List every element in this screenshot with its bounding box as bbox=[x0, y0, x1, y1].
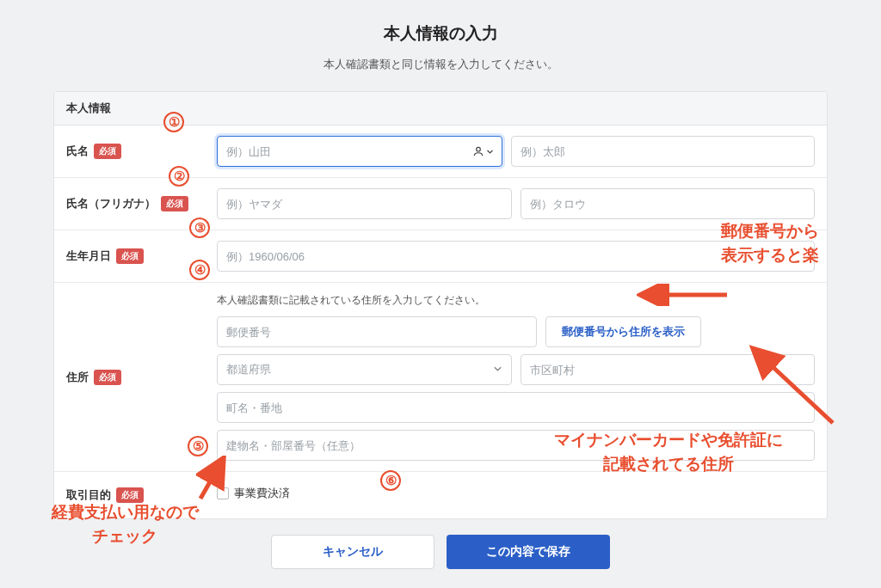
row-purpose: 取引目的 必須 事業費決済 bbox=[54, 472, 827, 518]
row-birthdate: 生年月日 必須 bbox=[54, 230, 827, 283]
label-birthdate: 生年月日 bbox=[66, 248, 111, 264]
required-badge: 必須 bbox=[94, 370, 121, 385]
given-name-input[interactable] bbox=[511, 136, 816, 167]
business-expense-label: 事業費決済 bbox=[234, 486, 290, 501]
save-button[interactable]: この内容で保存 bbox=[447, 535, 610, 569]
label-address: 住所 bbox=[66, 370, 89, 385]
row-name-kana: 氏名（フリガナ） 必須 bbox=[54, 178, 827, 230]
chevron-down-icon bbox=[493, 364, 502, 377]
label-purpose: 取引目的 bbox=[66, 487, 111, 503]
cancel-button[interactable]: キャンセル bbox=[271, 535, 434, 569]
required-badge: 必須 bbox=[161, 196, 188, 211]
birthdate-input[interactable] bbox=[217, 241, 815, 272]
personal-info-card: 本人情報 氏名 必須 氏名（フリガナ） 必須 bbox=[53, 91, 828, 519]
street-input[interactable] bbox=[217, 392, 815, 423]
row-address: 住所 必須 本人確認書類に記載されている住所を入力してください。 郵便番号から住… bbox=[54, 283, 827, 472]
card-header: 本人情報 bbox=[54, 92, 827, 126]
footer-buttons: キャンセル この内容で保存 bbox=[0, 519, 881, 586]
required-badge: 必須 bbox=[94, 144, 121, 159]
label-name: 氏名 bbox=[66, 144, 89, 159]
prefecture-placeholder: 都道府県 bbox=[226, 362, 271, 377]
prefecture-select[interactable]: 都道府県 bbox=[217, 354, 512, 385]
city-input[interactable] bbox=[521, 354, 816, 385]
given-kana-input[interactable] bbox=[521, 188, 816, 219]
family-name-input[interactable] bbox=[217, 136, 502, 167]
label-name-kana: 氏名（フリガナ） bbox=[66, 196, 156, 211]
postal-code-input[interactable] bbox=[217, 316, 537, 347]
page-title: 本人情報の入力 bbox=[0, 0, 881, 45]
address-helper-text: 本人確認書類に記載されている住所を入力してください。 bbox=[217, 293, 815, 308]
business-expense-checkbox[interactable] bbox=[217, 487, 229, 499]
building-input[interactable] bbox=[217, 430, 815, 461]
required-badge: 必須 bbox=[116, 248, 144, 264]
family-kana-input[interactable] bbox=[217, 188, 512, 219]
lookup-postal-button[interactable]: 郵便番号から住所を表示 bbox=[545, 316, 701, 347]
row-name: 氏名 必須 bbox=[54, 126, 827, 178]
page-subtitle: 本人確認書類と同じ情報を入力してください。 bbox=[0, 57, 881, 72]
required-badge: 必須 bbox=[116, 487, 144, 503]
